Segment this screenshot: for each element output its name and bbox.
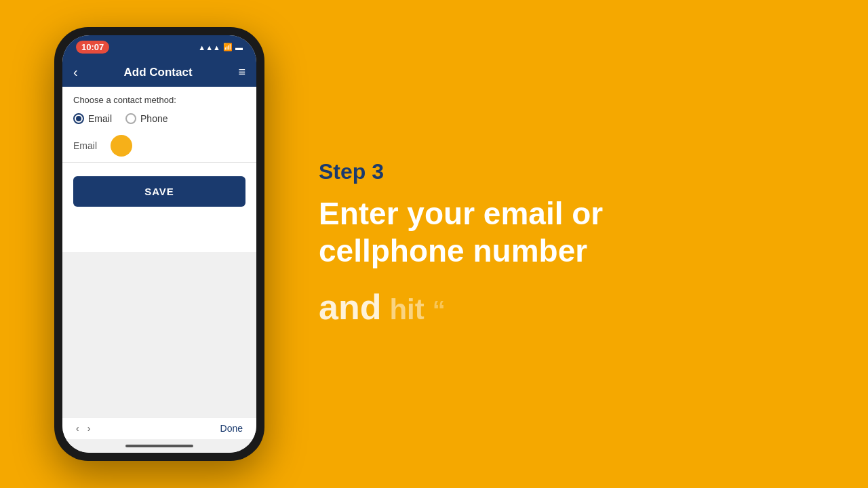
email-radio-label: Email — [88, 113, 112, 124]
continuation-quote: “ — [433, 296, 446, 327]
app-content: Choose a contact method: Email Phone Ema… — [62, 87, 256, 252]
status-time: 10:07 — [76, 41, 109, 54]
wifi-icon: 📶 — [223, 43, 233, 52]
step-description-line1: Enter your email or — [319, 195, 814, 232]
app-header: ‹ Add Contact ≡ — [62, 58, 256, 87]
step-label: Step 3 — [319, 159, 814, 184]
menu-button[interactable]: ≡ — [238, 65, 245, 79]
step-description: Enter your email or cellphone number — [319, 195, 814, 270]
battery-icon: ▬ — [235, 43, 243, 52]
step-continuation: and hit “ — [319, 286, 814, 328]
page-container: 10:07 ▲▲▲ 📶 ▬ ‹ Add Contact ≡ Choose a c… — [0, 0, 868, 488]
phone-bottom-bar: ‹ › Done — [62, 417, 256, 439]
home-indicator-bar — [125, 445, 193, 447]
contact-method-label: Choose a contact method: — [62, 87, 256, 110]
done-button[interactable]: Done — [220, 423, 243, 434]
phone-radio-label: Phone — [140, 113, 167, 124]
back-button[interactable]: ‹ — [73, 64, 78, 80]
phone-mockup: 10:07 ▲▲▲ 📶 ▬ ‹ Add Contact ≡ Choose a c… — [54, 27, 264, 461]
app-body-space — [62, 252, 256, 418]
bottom-nav-arrows: ‹ › — [76, 423, 90, 434]
email-radio-option[interactable]: Email — [73, 113, 112, 124]
continuation-hit: hit — [389, 293, 424, 327]
email-field-row: Email — [62, 129, 256, 163]
home-indicator — [62, 439, 256, 453]
radio-group: Email Phone — [62, 110, 256, 129]
phone-inner: 10:07 ▲▲▲ 📶 ▬ ‹ Add Contact ≡ Choose a c… — [62, 35, 256, 453]
signal-icon: ▲▲▲ — [198, 43, 220, 52]
continuation-and: and — [319, 286, 381, 328]
text-content: Step 3 Enter your email or cellphone num… — [264, 159, 814, 329]
nav-arrow-left[interactable]: ‹ — [76, 423, 79, 434]
header-title: Add Contact — [124, 66, 193, 79]
phone-radio-dot[interactable] — [125, 113, 136, 124]
nav-arrow-right[interactable]: › — [87, 423, 91, 434]
status-icons: ▲▲▲ 📶 ▬ — [198, 43, 243, 52]
email-radio-dot[interactable] — [73, 113, 84, 124]
email-field-label: Email — [73, 140, 104, 151]
step-description-line2: cellphone number — [319, 232, 814, 270]
status-bar: 10:07 ▲▲▲ 📶 ▬ — [62, 35, 256, 58]
phone-radio-option[interactable]: Phone — [125, 113, 167, 124]
email-cursor-indicator — [111, 135, 132, 157]
save-button[interactable]: SAVE — [73, 176, 245, 207]
